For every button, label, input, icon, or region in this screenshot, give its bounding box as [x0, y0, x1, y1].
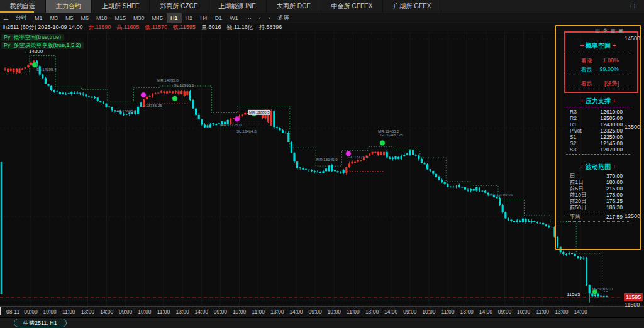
timeframe-tab[interactable]: M6: [77, 13, 93, 23]
separator: [566, 75, 630, 75]
quote-field: lh2511 (60分) 2025-10-09 14:00: [3, 23, 82, 31]
timeframe-tab[interactable]: H4: [196, 13, 211, 23]
separator: [566, 212, 630, 212]
market-tab[interactable]: 广期所 GFEX: [383, 0, 441, 13]
range-row-label: 前20日: [570, 198, 586, 204]
timeframe-tab[interactable]: M3: [46, 13, 62, 23]
panel-toolbar: ▤⚙▦▣: [595, 28, 623, 33]
quote-field: 低:11570: [145, 23, 167, 31]
separator: [566, 154, 630, 155]
time-label: 13:00: [270, 309, 284, 315]
pivot-row-value: 12145.00: [601, 140, 623, 146]
time-label: 11:00: [441, 309, 455, 315]
time-label: 11:00: [536, 309, 549, 315]
quote-field: 持:58396: [259, 23, 282, 31]
timeframe-tab[interactable]: ‹: [255, 13, 265, 23]
separator: [566, 221, 630, 222]
quote-field: 量:6016: [201, 23, 221, 31]
timeframe-tab[interactable]: D1: [211, 13, 226, 23]
timeframe-tab[interactable]: H1: [167, 13, 182, 23]
timeframe-tab[interactable]: M15: [111, 13, 130, 23]
quote-field: 额:11.16亿: [226, 23, 253, 31]
pivot-row-value: 12070.00: [601, 146, 623, 153]
svg-text:11535→: 11535→: [567, 292, 586, 297]
trading-app-window: 我的自选主力合约上期所 SHFE郑商所 CZCE上期能源 INE大商所 DCE中…: [0, 0, 644, 328]
pivot-row: S212145.00: [570, 140, 623, 146]
time-label: 13:00: [555, 309, 568, 315]
price-label: 11500: [625, 302, 640, 308]
time-label: 08-11: [6, 309, 19, 315]
range-row-label: 前5日: [570, 185, 584, 192]
py-indicator-label[interactable]: Py_多空决策尊享版(true,1,5,2): [1, 42, 84, 49]
timeframe-tab[interactable]: M45: [148, 13, 167, 23]
time-label: 10:00: [138, 309, 151, 315]
trend-label: 看跌: [581, 80, 592, 88]
prob-row: 看跌99.00%: [575, 66, 625, 74]
range-section-title: + 波动范围 +: [556, 163, 640, 172]
market-tab[interactable]: 上期所 SHFE: [92, 0, 150, 13]
market-tab[interactable]: 主力合约: [46, 0, 92, 13]
svg-text:MR:13125.0: MR:13125.0: [220, 123, 242, 127]
timeframe-tab[interactable]: 多屏: [274, 13, 293, 23]
time-label: 13:00: [365, 309, 379, 315]
average: 平均217.59: [570, 214, 623, 220]
quote-field: 开:11590: [88, 23, 111, 31]
pivot-row: R212505.00: [570, 115, 623, 121]
float-window-icon[interactable]: ❐: [630, 3, 635, 9]
svg-text:MR:13880.5: MR:13880.5: [249, 111, 270, 114]
time-label: 14:00: [384, 309, 397, 315]
active-underline: [0, 11, 34, 13]
pivot-row-label: R3: [570, 109, 577, 115]
svg-text:MR:14095.0: MR:14095.0: [157, 78, 179, 82]
range-rows: 日370.00前1日180.00前5日215.00前10日178.00前20日1…: [570, 173, 623, 210]
timeframe-tab[interactable]: M5: [62, 13, 77, 23]
settings-icon[interactable]: ⚙: [603, 28, 608, 33]
range-row: 前5日215.00: [570, 185, 623, 192]
range-row-value: 186.30: [606, 204, 623, 210]
market-tab[interactable]: 中金所 CFFEX: [321, 0, 384, 13]
symbol-tab[interactable]: 生猪2511, H1: [14, 319, 67, 327]
pivot-row-value: 12610.00: [601, 109, 623, 115]
pivot-row-label: S3: [570, 146, 576, 153]
range-row-label: 前1日: [570, 179, 584, 185]
svg-text:GL:12480.25: GL:12480.25: [380, 133, 403, 137]
range-row-value: 176.25: [606, 198, 623, 204]
time-label: 14:00: [289, 309, 303, 315]
market-tab[interactable]: 郑商所 CZCE: [150, 0, 208, 13]
pivot-row: R112430.00: [570, 121, 623, 128]
timeframe-tab[interactable]: ⋯: [242, 13, 255, 23]
timeframe-tab[interactable]: W1: [226, 13, 242, 23]
time-label: 14:00: [100, 309, 113, 315]
range-row-label: 前10日: [570, 192, 586, 198]
menu-icon[interactable]: ☰: [0, 14, 12, 21]
snapshot-icon[interactable]: ▤: [595, 28, 600, 33]
svg-text:MR:12780.06: MR:12780.06: [489, 192, 513, 197]
time-label: 14:00: [574, 309, 587, 315]
pivot-row-value: 12250.00: [601, 134, 623, 140]
quote-info-bar: lh2511 (60分) 2025-10-09 14:00开:11590高:11…: [0, 23, 644, 31]
market-tab[interactable]: 上期能源 INE: [208, 0, 266, 13]
timeframe-tab[interactable]: M10: [92, 13, 111, 23]
pivot-row-label: S1: [570, 134, 576, 140]
candlestick-canvas[interactable]: ←14300SL:14195.4MR:13685.0GL:13736.25MR:…: [0, 31, 644, 306]
market-tab[interactable]: 我的自选: [0, 0, 46, 13]
py-indicator-label[interactable]: Py_概率空间(true,true): [1, 34, 64, 41]
market-tab[interactable]: 大商所 DCE: [267, 0, 321, 13]
timeframe-tab[interactable]: ›: [265, 13, 274, 23]
range-row: 前10日178.00: [570, 192, 623, 198]
separator: [566, 107, 630, 107]
chart-area[interactable]: ←14300SL:14195.4MR:13685.0GL:13736.25MR:…: [0, 31, 644, 306]
time-label: 10:00: [517, 309, 530, 315]
pin-icon[interactable]: ▣: [618, 28, 623, 33]
timeframe-tab[interactable]: H2: [182, 13, 197, 23]
time-label: 13:00: [81, 309, 94, 315]
prob-label: 看跌: [581, 66, 592, 74]
trend-row: 看跌[强势]: [575, 80, 625, 88]
separator: [566, 52, 630, 52]
layout-icon[interactable]: ▦: [611, 28, 616, 33]
timeframe-tab[interactable]: M30: [130, 13, 148, 23]
timeframe-tab[interactable]: M1: [31, 13, 47, 23]
pivot-row-label: Pivot: [570, 128, 582, 134]
range-row: 日370.00: [570, 173, 623, 179]
timeframe-tab[interactable]: 分时: [12, 13, 31, 23]
